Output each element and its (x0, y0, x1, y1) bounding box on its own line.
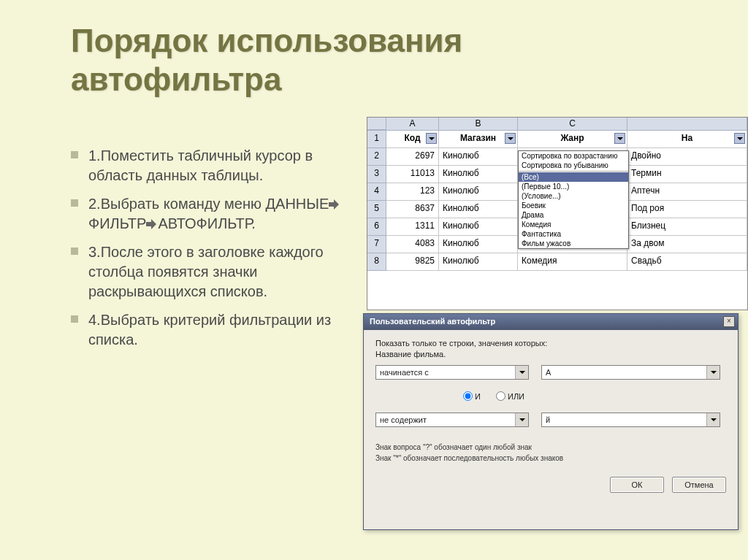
bullet-2-p3: АВТОФИЛЬТР. (158, 215, 255, 231)
cell: Кинолюб (439, 183, 518, 201)
value1-combo[interactable]: А (541, 365, 720, 380)
chevron-down-icon[interactable] (706, 366, 720, 379)
cell: Кинолюб (439, 253, 518, 271)
cell: Комедия (518, 253, 627, 271)
col-b-hdr: B (439, 118, 518, 130)
bullet-list: 1.Поместить табличный курсор в область д… (71, 146, 367, 358)
cell: Под роя (627, 201, 747, 218)
excel-screenshot: A B C 1 Код Магазин Жанр На 22697Кинолюб… (367, 117, 748, 310)
chevron-down-icon[interactable] (706, 413, 720, 426)
cell: 2697 (386, 148, 439, 166)
hdr-genre[interactable]: Жанр (518, 131, 627, 148)
menu-all[interactable]: (Все) (519, 172, 628, 182)
arrow-icon (329, 199, 340, 210)
value2-value: й (546, 415, 550, 424)
hdr-shop[interactable]: Магазин (439, 131, 518, 148)
menu-sort-desc[interactable]: Сортировка по убыванию (519, 161, 628, 170)
hdr-shop-label: Магазин (460, 133, 496, 143)
rownum: 5 (367, 201, 386, 218)
col-d-hdr (627, 118, 747, 130)
dialog-titlebar: Пользовательский автофильтр × (364, 314, 738, 330)
ok-button[interactable]: ОК (610, 477, 664, 493)
col-c-hdr: C (518, 118, 627, 130)
corner-cell (367, 118, 386, 130)
menu-custom[interactable]: (Условие...) (519, 191, 628, 201)
radio-or-label: ИЛИ (508, 392, 524, 401)
custom-autofilter-dialog: Пользовательский автофильтр × Показать т… (363, 313, 739, 530)
cell: Кинолюб (439, 218, 518, 236)
radio-or[interactable]: ИЛИ (496, 392, 524, 401)
cell: 11013 (386, 166, 439, 183)
dropdown-icon[interactable] (734, 133, 745, 144)
rownum: 2 (367, 148, 386, 166)
rownum-1: 1 (367, 131, 386, 148)
cell: Кинолюб (439, 201, 518, 218)
dialog-title: Пользовательский автофильтр (370, 317, 495, 326)
bullet-1: 1.Поместить табличный курсор в область д… (71, 146, 367, 194)
hdr-genre-label: Жанр (560, 133, 584, 143)
menu-opt[interactable]: Драма (519, 210, 628, 220)
cell: 1311 (386, 218, 439, 236)
dialog-label: Показать только те строки, значения кото… (375, 339, 726, 348)
cell: 123 (386, 183, 439, 201)
menu-opt[interactable]: Боевик (519, 201, 628, 210)
menu-opt[interactable]: Фантастика (519, 229, 628, 239)
rownum: 4 (367, 183, 386, 201)
hdr-code[interactable]: Код (386, 131, 439, 148)
bullet-4: 4.Выбрать критерий фильтрации из списка. (71, 310, 367, 358)
cell: Кинолюб (439, 148, 518, 166)
rownum: 8 (367, 253, 386, 271)
menu-top10[interactable]: (Первые 10...) (519, 182, 628, 191)
rownum: 7 (367, 236, 386, 253)
value2-combo[interactable]: й (541, 413, 720, 427)
value1-value: А (546, 368, 551, 377)
menu-opt[interactable]: Фильм ужасов (519, 239, 628, 248)
condition1-combo[interactable]: начинается с (375, 365, 529, 380)
hint-line-1: Знак вопроса "?" обозначает один любой з… (375, 442, 726, 453)
cell: 8637 (386, 201, 439, 218)
autofilter-menu[interactable]: Сортировка по возрастанию Сортировка по … (518, 150, 629, 249)
cell: 9825 (386, 253, 439, 271)
menu-opt[interactable]: Комедия (519, 220, 628, 229)
cell: 4083 (386, 236, 439, 253)
bullet-3: 3.После этого в заголовке каждого столбц… (71, 242, 367, 310)
dialog-hint: Знак вопроса "?" обозначает один любой з… (375, 442, 726, 464)
cell: Двойно (627, 148, 747, 166)
cell: Близнец (627, 218, 747, 236)
hdr-name[interactable]: На (627, 131, 747, 148)
condition1-value: начинается с (380, 368, 429, 377)
cell: За двом (627, 236, 747, 253)
cell: Аптечн (627, 183, 747, 201)
dropdown-icon[interactable] (505, 133, 516, 144)
dialog-field: Название фильма. (375, 350, 726, 359)
hint-line-2: Знак "*" обозначает последовательность л… (375, 453, 726, 464)
menu-separator (519, 171, 628, 172)
hdr-name-label: На (682, 133, 692, 143)
bullet-2: 2.Выбрать команду меню ДАННЫЕФИЛЬТРАВТОФ… (71, 194, 367, 242)
condition2-combo[interactable]: не содержит (375, 413, 529, 427)
dropdown-icon[interactable] (614, 133, 625, 144)
bullet-2-p2: ФИЛЬТР (88, 215, 146, 231)
radio-and[interactable]: И (463, 392, 481, 401)
cell: Свадьб (627, 253, 747, 271)
table-row: 89825КинолюбКомедияСвадьб (367, 253, 747, 271)
cell: Кинолюб (439, 166, 518, 183)
rownum: 6 (367, 218, 386, 236)
rownum: 3 (367, 166, 386, 183)
close-icon[interactable]: × (723, 316, 735, 327)
logic-radios: И ИЛИ (463, 391, 726, 402)
condition2-value: не содержит (380, 415, 427, 424)
col-a-hdr: A (386, 118, 439, 130)
cell: Термин (627, 166, 747, 183)
arrow-icon (146, 219, 158, 229)
bullet-2-p1: 2.Выбрать команду меню ДАННЫЕ (88, 196, 329, 212)
hdr-code-label: Код (404, 133, 420, 143)
cell: Кинолюб (439, 236, 518, 253)
dropdown-icon[interactable] (426, 133, 437, 144)
radio-and-label: И (475, 392, 481, 401)
chevron-down-icon[interactable] (515, 413, 528, 426)
chevron-down-icon[interactable] (515, 366, 528, 379)
slide-title: Порядок использования автофильтра (71, 22, 641, 99)
menu-sort-asc[interactable]: Сортировка по возрастанию (519, 151, 628, 161)
cancel-button[interactable]: Отмена (672, 477, 726, 493)
